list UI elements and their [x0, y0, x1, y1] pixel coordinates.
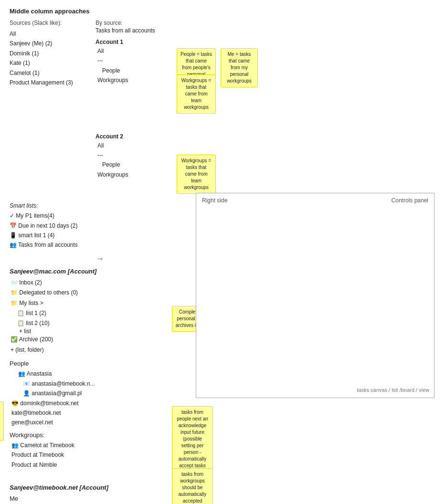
list-item: 📨 Inbox (2) — [11, 278, 196, 288]
archive-item: ✅ Archive (200) — [10, 335, 196, 345]
left-items: All Sanjeev (Me) (2) Dominik (1) Kate (1… — [10, 29, 91, 87]
smart-lists-section: Smart lists: ✓ My P1 items(4) 📅 Due in n… — [10, 202, 196, 250]
middle-column: By source: Tasks from all accounts Accou… — [96, 20, 277, 183]
sanjeev-mac-header: Sanjeev@mac.com [Account] — [10, 268, 196, 275]
list-item: All — [10, 29, 91, 39]
list-item: Product Management (3) — [10, 78, 91, 87]
arrow-icon: → — [96, 254, 104, 264]
list-item: Dominik (1) — [10, 49, 91, 58]
people-section: People 👥 Anastasia 📧 anastasia@timebook.… — [10, 360, 196, 427]
workgroups-section: Workgroups: 👥 Camelot at Timebook Produc… — [10, 431, 196, 470]
list-item: 📧 anastasia@timebook.n... — [16, 379, 196, 388]
by-source-label: By source: — [96, 20, 277, 26]
sanjeev-mac-section: Sanjeev@mac.com [Account] 📨 Inbox (2) 📁 … — [10, 268, 196, 470]
list-item: ✓ My P1 items(4) — [10, 211, 196, 220]
bottom-right: Right side Controls panel tasks canvas /… — [196, 193, 436, 504]
left-column: Sources (Slack like): All Sanjeev (Me) (… — [10, 20, 96, 183]
me-label: Me — [10, 495, 196, 502]
list-item: Product at Timebook — [10, 450, 196, 460]
right-box: Right side Controls panel tasks canvas /… — [196, 193, 435, 398]
list-item: Sanjeev (Me) (2) — [10, 39, 91, 48]
list-item: 📋 list 1 (2) — [17, 308, 196, 318]
account1-title: Account 1 — [96, 39, 277, 45]
list-item: gene@uxcel.net — [10, 418, 196, 427]
list-item: 📅 Due in next 10 days (2) — [10, 221, 196, 231]
account2-block: Account 2 All --- People Workgroups Work… — [96, 133, 277, 180]
sub-lists: 📋 list 1 (2) 📋 list 2 (10) — [10, 308, 196, 328]
sticky-workgroups-note: Workgroups = tasks that came from team w… — [177, 74, 216, 114]
list-item: Camelot (1) — [10, 68, 91, 78]
canvas-label: tasks canvas / lsit /board / view — [357, 387, 429, 393]
list-item: kate@timebook.net — [10, 408, 196, 418]
anastasia-group: 👥 Anastasia 📧 anastasia@timebook.n... 👤 … — [10, 369, 196, 398]
inbox-items: 📨 Inbox (2) 📁 Delegated to others (0) 📁 … — [10, 278, 196, 309]
list-item: 📁 My lists > — [11, 298, 196, 309]
bottom-left: Smart lists: ✓ My P1 items(4) 📅 Due in n… — [10, 193, 196, 504]
controls-panel-label: Controls panel — [392, 197, 428, 204]
list-item: 📋 list 2 (10) — [17, 318, 196, 328]
bottom-section: Smart lists: ✓ My P1 items(4) 📅 Due in n… — [10, 193, 436, 504]
sanjeev-timebook-section: Sanjeev@timebook.net [Account] Me People… — [10, 484, 196, 504]
sanjeev-timebook-header: Sanjeev@timebook.net [Account] — [10, 484, 196, 491]
account2-title: Account 2 — [96, 133, 277, 140]
top-layout: Sources (Slack like): All Sanjeev (Me) (… — [10, 20, 436, 183]
list-item: 😎 dominik@timebook.net — [10, 399, 196, 408]
smart-lists-title: Smart lists: — [10, 202, 196, 209]
list-item: 👥 Camelot at Timebook — [10, 441, 196, 450]
tasks-all-accounts: Tasks from all accounts — [96, 27, 277, 34]
workgroups-label: Workgroups: — [10, 431, 196, 439]
account1-block: Account 1 All --- People Workgroups Peop… — [96, 39, 277, 85]
page-container: Middle column approaches Sources (Slack … — [10, 8, 436, 504]
sticky-me-note: Me = tasks that came from my personal wo… — [221, 48, 258, 87]
sources-label: Sources (Slack like): — [10, 20, 91, 26]
list-item: All — [97, 141, 277, 150]
list-item: 👤 anastasia@gmail.pl — [16, 388, 196, 398]
page-title: Middle column approaches — [10, 8, 436, 15]
people-workgroups-note: People & Workgroups are not shown if not… — [0, 401, 4, 441]
list-item: 👥 Tasks from all accounts — [10, 240, 196, 250]
plus-list-folder[interactable]: + (list, folder) — [10, 345, 196, 356]
plus-list[interactable]: + list — [10, 328, 196, 335]
list-item: 📁 Delegated to others (0) — [11, 288, 196, 298]
list-item: 👥 Anastasia — [16, 369, 196, 378]
list-item: Product at Nimble — [10, 460, 196, 470]
sticky-workgroups2-note: Workgroups = tasks that came from team w… — [177, 155, 216, 194]
arrow-row: → — [10, 254, 196, 264]
list-item: 📱 smart list 1 (4) — [10, 231, 196, 240]
people-label: People — [10, 360, 196, 367]
list-item: Kate (1) — [10, 58, 91, 68]
